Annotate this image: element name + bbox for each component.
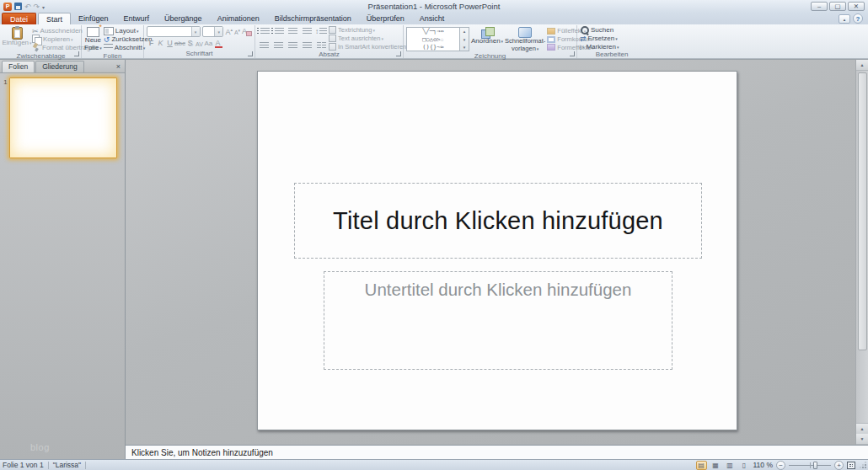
resize-grip[interactable] — [859, 461, 867, 469]
clear-formatting-icon[interactable] — [242, 27, 252, 37]
zoom-level[interactable]: 110 % — [753, 461, 773, 469]
slide-thumbnail[interactable] — [9, 77, 117, 158]
font-size-combobox[interactable] — [202, 26, 224, 37]
zoom-out-button[interactable]: − — [776, 461, 785, 470]
font-color-button[interactable]: A — [213, 38, 222, 48]
drawing-dialog-launcher-icon[interactable] — [570, 51, 575, 56]
ribbon-tab-bar: Datei Start Einfügen Entwurf Übergänge A… — [0, 13, 868, 24]
minimize-ribbon-icon[interactable] — [839, 14, 850, 24]
bullets-icon[interactable] — [258, 26, 270, 36]
tab-folien[interactable]: Folien — [2, 61, 35, 72]
text-shadow-button[interactable]: S — [185, 38, 195, 48]
tab-gliederung[interactable]: Gliederung — [35, 61, 84, 72]
convert-smartart-button[interactable]: In SmartArt konvertieren — [329, 43, 410, 51]
replace-button[interactable]: Ersetzen — [580, 35, 619, 43]
slide-number: 1 — [2, 77, 9, 158]
replace-label: Ersetzen — [588, 35, 618, 42]
tab-ueberpruefen[interactable]: Überprüfen — [359, 13, 412, 24]
title-placeholder[interactable]: Titel durch Klicken hinzufügen — [294, 183, 702, 259]
shapes-gallery[interactable]: ╲╱─┐→↔ □○△◇▷☆ (){}~≈ — [406, 27, 469, 51]
powerpoint-icon[interactable] — [3, 3, 12, 11]
strikethrough-button[interactable]: abc — [174, 38, 185, 48]
group-clipboard: Einfügen Ausschneiden Kopieren Format üb… — [1, 25, 82, 58]
line-spacing-icon[interactable] — [315, 26, 327, 36]
close-button[interactable]: ✕ — [848, 2, 865, 11]
paste-button[interactable]: Einfügen — [3, 26, 30, 52]
font-dialog-launcher-icon[interactable] — [248, 51, 253, 56]
font-name-arrow-icon[interactable] — [191, 27, 200, 36]
shapes-scroll-down-icon[interactable] — [463, 37, 466, 42]
select-button[interactable]: Markieren — [580, 43, 619, 51]
align-right-icon[interactable] — [287, 40, 298, 51]
shapes-more-icon[interactable] — [463, 45, 466, 50]
tab-uebergaenge[interactable]: Übergänge — [157, 13, 210, 24]
smartart-label: In SmartArt konvertieren — [338, 43, 410, 51]
subtitle-placeholder[interactable]: Untertitel durch Klicken hinzufügen — [324, 271, 672, 370]
redo-icon[interactable] — [34, 3, 40, 11]
increase-indent-icon[interactable] — [301, 26, 313, 36]
next-slide-icon[interactable]: ▼ — [856, 434, 868, 445]
shapes-scroll[interactable] — [460, 27, 469, 51]
close-pane-icon[interactable]: × — [115, 62, 122, 72]
arrange-button[interactable]: Anordnen — [471, 26, 503, 52]
justify-icon[interactable] — [301, 40, 313, 51]
maximize-button[interactable]: ▢ — [829, 2, 846, 11]
slideshow-view-icon[interactable] — [739, 461, 750, 470]
save-icon[interactable] — [14, 3, 22, 10]
zoom-slider[interactable] — [789, 461, 831, 470]
undo-icon[interactable] — [24, 3, 31, 11]
slide-canvas[interactable]: Titel durch Klicken hinzufügen Untertite… — [126, 60, 868, 445]
scrollbar-thumb[interactable] — [858, 72, 867, 350]
shapes-grid[interactable]: ╲╱─┐→↔ □○△◇▷☆ (){}~≈ — [406, 27, 460, 51]
columns-icon[interactable] — [315, 40, 327, 51]
align-text-label: Text ausrichten — [338, 35, 383, 42]
align-text-icon — [329, 35, 336, 42]
align-center-icon[interactable] — [272, 40, 284, 51]
slide[interactable]: Titel durch Klicken hinzufügen Untertite… — [257, 71, 737, 430]
vertical-scrollbar[interactable]: ▲ ▲ ▼ — [855, 60, 868, 445]
tab-einfuegen[interactable]: Einfügen — [71, 13, 116, 24]
grow-font-icon[interactable] — [225, 27, 233, 36]
tab-ansicht[interactable]: Ansicht — [412, 13, 453, 24]
numbering-icon[interactable] — [272, 26, 284, 36]
tab-datei[interactable]: Datei — [2, 13, 36, 24]
normal-view-icon[interactable] — [696, 461, 707, 470]
italic-button[interactable]: K — [156, 38, 165, 48]
help-icon[interactable]: ? — [853, 13, 863, 24]
shapes-scroll-up-icon[interactable] — [463, 29, 466, 34]
zoom-slider-thumb[interactable] — [813, 462, 817, 469]
customize-qat-arrow-icon[interactable] — [42, 3, 45, 11]
align-left-icon[interactable] — [258, 40, 270, 51]
reset-icon — [104, 35, 110, 44]
watermark-text: blog — [30, 442, 50, 452]
fit-to-window-icon[interactable] — [847, 462, 855, 469]
underline-button[interactable]: U — [165, 38, 174, 48]
font-size-arrow-icon[interactable] — [214, 27, 222, 36]
slide-sorter-view-icon[interactable] — [710, 461, 721, 470]
scroll-up-icon[interactable]: ▲ — [856, 60, 868, 71]
zoom-in-button[interactable]: + — [834, 461, 844, 470]
slides-pane: Folien Gliederung × 1 blog — [0, 60, 126, 459]
status-divider — [48, 462, 49, 469]
find-button[interactable]: Suchen — [580, 26, 619, 35]
minimize-button[interactable]: – — [811, 2, 828, 11]
tab-bildschirmpraesentation[interactable]: Bildschirmpräsentation — [267, 13, 359, 24]
clipboard-dialog-launcher-icon[interactable] — [74, 51, 79, 56]
previous-slide-icon[interactable]: ▲ — [856, 423, 868, 434]
tab-start[interactable]: Start — [38, 13, 71, 24]
decrease-indent-icon[interactable] — [287, 26, 298, 36]
new-slide-button[interactable]: Neue Folie — [84, 26, 102, 52]
notes-pane[interactable]: Klicken Sie, um Notizen hinzuzufügen — [126, 445, 868, 460]
reading-view-icon[interactable] — [725, 461, 736, 470]
tab-entwurf[interactable]: Entwurf — [116, 13, 158, 24]
font-name-combobox[interactable] — [147, 26, 201, 37]
character-spacing-button[interactable]: AV — [195, 38, 204, 48]
shrink-font-icon[interactable] — [234, 28, 240, 36]
text-direction-button[interactable]: Textrichtung — [329, 26, 410, 35]
bold-button[interactable]: F — [147, 38, 156, 48]
tab-animationen[interactable]: Animationen — [210, 13, 267, 24]
paragraph-dialog-launcher-icon[interactable] — [396, 51, 401, 56]
change-case-button[interactable]: Aa — [204, 38, 213, 48]
quick-styles-button[interactable]: Schnellformat- vorlagen — [505, 26, 545, 52]
align-text-button[interactable]: Text ausrichten — [329, 35, 410, 43]
